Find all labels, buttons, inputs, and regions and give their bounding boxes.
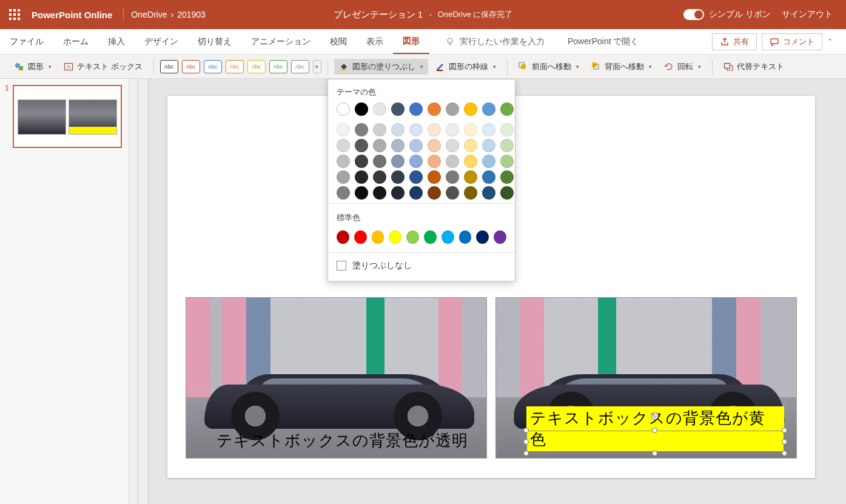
canvas-area[interactable]: テキストボックスの背景色が透明 xyxy=(138,79,846,504)
color-swatch[interactable] xyxy=(464,186,477,200)
color-swatch[interactable] xyxy=(373,155,386,168)
color-swatch[interactable] xyxy=(500,186,514,200)
no-fill-option[interactable]: 塗りつぶしなし xyxy=(328,254,515,277)
color-swatch[interactable] xyxy=(409,123,423,136)
color-swatch[interactable] xyxy=(409,155,423,168)
color-swatch[interactable] xyxy=(428,186,441,200)
color-swatch[interactable] xyxy=(391,123,405,136)
slide-image-right[interactable]: テキストボックスの背景色が黄色 xyxy=(495,297,797,459)
breadcrumb-folder[interactable]: 201903 xyxy=(177,10,206,19)
color-swatch[interactable] xyxy=(409,186,423,200)
shape-style-2[interactable]: Abc xyxy=(182,60,200,73)
tab-transitions[interactable]: 切り替え xyxy=(188,29,241,54)
color-swatch[interactable] xyxy=(373,102,386,116)
color-swatch[interactable] xyxy=(446,155,459,168)
shape-style-5[interactable]: Abc xyxy=(247,60,266,73)
color-swatch[interactable] xyxy=(482,139,495,152)
color-swatch[interactable] xyxy=(482,123,495,136)
color-swatch[interactable] xyxy=(428,102,441,116)
color-swatch[interactable] xyxy=(446,123,459,136)
color-swatch[interactable] xyxy=(428,170,441,184)
color-swatch[interactable] xyxy=(482,102,495,116)
color-swatch[interactable] xyxy=(373,170,386,184)
color-swatch[interactable] xyxy=(409,139,423,152)
color-swatch[interactable] xyxy=(354,230,367,244)
comments-button[interactable]: コメント xyxy=(762,33,822,50)
color-swatch[interactable] xyxy=(355,102,368,116)
alt-text-button[interactable]: 代替テキスト xyxy=(719,59,789,75)
color-swatch[interactable] xyxy=(337,102,350,116)
color-swatch[interactable] xyxy=(373,123,386,136)
shape-style-7[interactable]: Abc xyxy=(291,60,309,73)
color-swatch[interactable] xyxy=(446,186,459,200)
color-swatch[interactable] xyxy=(391,155,405,168)
color-swatch[interactable] xyxy=(355,139,368,152)
color-swatch[interactable] xyxy=(500,139,514,152)
color-swatch[interactable] xyxy=(464,139,477,152)
breadcrumb-root[interactable]: OneDrive xyxy=(131,10,167,19)
color-swatch[interactable] xyxy=(373,186,386,200)
tab-view[interactable]: 表示 xyxy=(357,29,393,54)
color-swatch[interactable] xyxy=(500,170,514,184)
sign-out-link[interactable]: サインアウト xyxy=(782,9,833,20)
color-swatch[interactable] xyxy=(464,123,477,136)
shape-style-3[interactable]: Abc xyxy=(204,60,222,73)
rotate-button[interactable]: 回転 ▾ xyxy=(659,59,706,75)
color-swatch[interactable] xyxy=(482,170,495,184)
color-swatch[interactable] xyxy=(446,170,459,184)
color-swatch[interactable] xyxy=(391,186,405,200)
color-swatch[interactable] xyxy=(391,139,405,152)
color-swatch[interactable] xyxy=(391,102,405,116)
shape-styles-more-button[interactable]: ▾ xyxy=(313,60,321,73)
tab-design[interactable]: デザイン xyxy=(135,29,188,54)
color-swatch[interactable] xyxy=(337,123,350,136)
shape-style-1[interactable]: Abc xyxy=(160,60,178,73)
color-swatch[interactable] xyxy=(428,139,441,152)
tab-review[interactable]: 校閲 xyxy=(320,29,357,54)
tab-insert[interactable]: 挿入 xyxy=(98,29,135,54)
color-swatch[interactable] xyxy=(372,230,384,244)
color-swatch[interactable] xyxy=(409,170,423,184)
shape-style-4[interactable]: Abc xyxy=(226,60,244,73)
tell-me-search[interactable]: 実行したい作業を入力 xyxy=(445,29,545,54)
simple-ribbon-toggle[interactable]: シンプル リボン xyxy=(683,9,771,20)
shape-outline-button[interactable]: 図形の枠線 ▾ xyxy=(431,59,501,75)
collapse-ribbon-button[interactable]: ⌃ xyxy=(827,38,833,45)
color-swatch[interactable] xyxy=(464,155,477,168)
bring-forward-button[interactable]: 前面へ移動 ▾ xyxy=(514,59,584,75)
app-name[interactable]: PowerPoint Online xyxy=(29,10,123,20)
color-swatch[interactable] xyxy=(391,170,405,184)
app-launcher-button[interactable] xyxy=(0,0,29,29)
color-swatch[interactable] xyxy=(500,155,514,168)
tab-home[interactable]: ホーム xyxy=(53,29,98,54)
caption-yellow-selected[interactable]: テキストボックスの背景色が黄色 xyxy=(526,406,785,451)
color-swatch[interactable] xyxy=(482,155,495,168)
color-swatch[interactable] xyxy=(476,230,489,244)
tab-file[interactable]: ファイル xyxy=(0,29,53,54)
color-swatch[interactable] xyxy=(337,230,349,244)
text-box-button[interactable]: A テキスト ボックス xyxy=(59,59,147,75)
color-swatch[interactable] xyxy=(500,102,514,116)
document-title[interactable]: プレゼンテーション 1 xyxy=(334,9,423,21)
color-swatch[interactable] xyxy=(337,155,350,168)
color-swatch[interactable] xyxy=(337,186,350,200)
color-swatch[interactable] xyxy=(441,230,454,244)
open-in-desktop[interactable]: PowerPoint で開く xyxy=(568,29,639,54)
color-swatch[interactable] xyxy=(337,139,350,152)
shape-fill-button[interactable]: 図形の塗りつぶし ▾ xyxy=(334,59,428,75)
tab-animations[interactable]: アニメーション xyxy=(241,29,320,54)
color-swatch[interactable] xyxy=(373,139,386,152)
shapes-gallery-button[interactable]: 図形 ▾ xyxy=(10,59,56,75)
color-swatch[interactable] xyxy=(428,155,441,168)
color-swatch[interactable] xyxy=(406,230,419,244)
tab-shape-format[interactable]: 図形 xyxy=(393,29,429,54)
send-backward-button[interactable]: 背面へ移動 ▾ xyxy=(586,59,657,75)
caption-transparent[interactable]: テキストボックスの背景色が透明 xyxy=(217,430,475,451)
color-swatch[interactable] xyxy=(500,123,514,136)
color-swatch[interactable] xyxy=(355,123,368,136)
color-swatch[interactable] xyxy=(446,102,459,116)
color-swatch[interactable] xyxy=(482,186,495,200)
color-swatch[interactable] xyxy=(459,230,472,244)
color-swatch[interactable] xyxy=(355,155,368,168)
color-swatch[interactable] xyxy=(446,139,459,152)
